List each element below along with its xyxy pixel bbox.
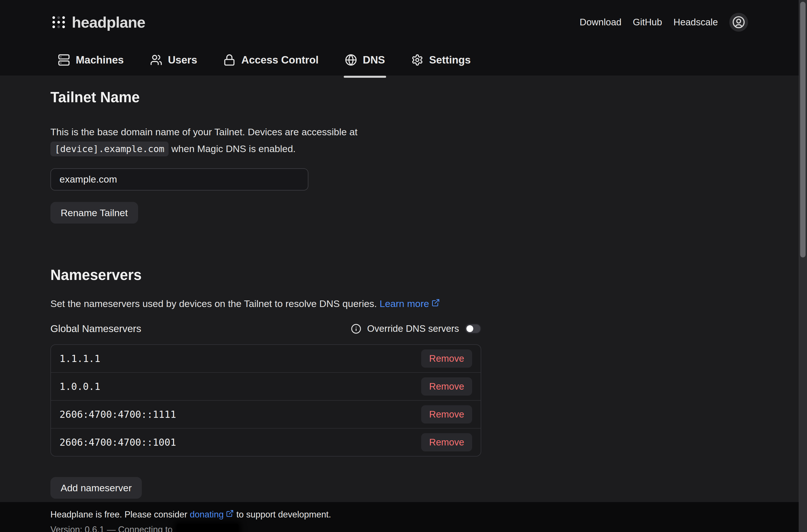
footer: Headplane is free. Please consider donat… <box>0 502 807 532</box>
nav-link-headscale[interactable]: Headscale <box>673 17 718 27</box>
add-nameserver-button[interactable]: Add nameserver <box>51 477 142 499</box>
tab-machines[interactable]: Machines <box>58 42 124 78</box>
remove-button[interactable]: Remove <box>421 349 472 368</box>
footer-message-before: Headplane is free. Please consider <box>51 510 187 519</box>
table-row: 1.0.0.1 Remove <box>51 372 481 400</box>
scrollbar-thumb[interactable] <box>800 2 806 258</box>
tab-label: Users <box>168 54 197 66</box>
info-icon[interactable] <box>351 324 361 334</box>
remove-button[interactable]: Remove <box>421 433 472 451</box>
scrollbar-track[interactable] <box>799 0 807 532</box>
nameservers-table: 1.1.1.1 Remove 1.0.0.1 Remove 2606:4700:… <box>51 344 481 457</box>
tailnet-description-after: when Magic DNS is enabled. <box>171 143 296 154</box>
tailnet-description-before: This is the base domain name of your Tai… <box>51 127 358 137</box>
tab-dns[interactable]: DNS <box>345 42 385 78</box>
table-row: 2606:4700:4700::1001 Remove <box>51 428 481 456</box>
header: headplane Download GitHub Headscale <box>0 0 807 75</box>
nameserver-address: 1.0.0.1 <box>59 381 100 392</box>
nameservers-description: Set the nameservers used by devices on t… <box>51 298 756 309</box>
header-nav: Download GitHub Headscale <box>580 13 748 32</box>
toggle-knob <box>466 325 473 332</box>
footer-version-row: Version: 0.6.1 — Connecting to <box>51 524 756 532</box>
lock-icon <box>223 54 235 66</box>
main-content: Tailnet Name This is the base domain nam… <box>0 75 807 499</box>
tailnet-name-input[interactable] <box>51 168 308 191</box>
donate-link[interactable]: donating <box>190 510 224 519</box>
tab-settings[interactable]: Settings <box>411 42 471 78</box>
tailnet-section: Tailnet Name This is the base domain nam… <box>51 89 756 224</box>
override-dns-label: Override DNS servers <box>367 323 459 334</box>
tab-access-control[interactable]: Access Control <box>223 42 319 78</box>
override-dns-toggle[interactable] <box>465 324 481 334</box>
header-top: headplane Download GitHub Headscale <box>52 0 748 42</box>
inline-code-domain: [device].example.com <box>51 141 169 156</box>
nameserver-address: 1.1.1.1 <box>59 353 100 364</box>
override-dns-group: Override DNS servers <box>351 323 481 334</box>
external-link-icon <box>429 299 440 307</box>
external-link-icon <box>224 510 234 517</box>
tailnet-title: Tailnet Name <box>51 89 756 106</box>
rename-tailnet-button[interactable]: Rename Tailnet <box>51 202 138 224</box>
remove-button[interactable]: Remove <box>421 405 472 423</box>
footer-message-after: to support development. <box>236 510 331 519</box>
footer-message: Headplane is free. Please consider donat… <box>51 510 756 520</box>
redacted-server-address <box>176 524 238 532</box>
users-icon <box>150 54 162 66</box>
remove-button[interactable]: Remove <box>421 377 472 396</box>
nameservers-description-text: Set the nameservers used by devices on t… <box>51 298 377 309</box>
tab-users[interactable]: Users <box>150 42 197 78</box>
brand-name: headplane <box>72 13 145 31</box>
learn-more-link[interactable]: Learn more <box>380 298 429 309</box>
tab-label: Machines <box>76 54 124 66</box>
global-nameservers-label: Global Nameservers <box>51 323 141 334</box>
brand: headplane <box>52 13 145 31</box>
version-text: Version: 0.6.1 — Connecting to <box>51 525 173 532</box>
nav-link-download[interactable]: Download <box>580 17 622 27</box>
server-icon <box>58 54 70 66</box>
tab-label: DNS <box>363 54 385 66</box>
nameserver-address: 2606:4700:4700::1111 <box>59 409 176 420</box>
global-nameservers-row: Global Nameservers Override DNS servers <box>51 323 481 334</box>
avatar-button[interactable] <box>729 13 748 32</box>
tailnet-description: This is the base domain name of your Tai… <box>51 124 384 157</box>
table-row: 2606:4700:4700::1111 Remove <box>51 400 481 428</box>
nameservers-title: Nameservers <box>51 267 756 284</box>
user-circle-icon <box>732 16 745 29</box>
tab-bar: Machines Users <box>58 42 748 78</box>
nav-link-github[interactable]: GitHub <box>633 17 662 27</box>
tab-label: Settings <box>429 54 471 66</box>
globe-icon <box>345 54 357 66</box>
headplane-dns-page: headplane Download GitHub Headscale <box>0 0 807 532</box>
headplane-logo-icon <box>52 16 65 28</box>
nameservers-section: Nameservers Set the nameservers used by … <box>51 267 756 499</box>
table-row: 1.1.1.1 Remove <box>51 345 481 372</box>
gear-icon <box>411 54 423 66</box>
nameserver-address: 2606:4700:4700::1001 <box>59 437 176 448</box>
tab-label: Access Control <box>241 54 319 66</box>
